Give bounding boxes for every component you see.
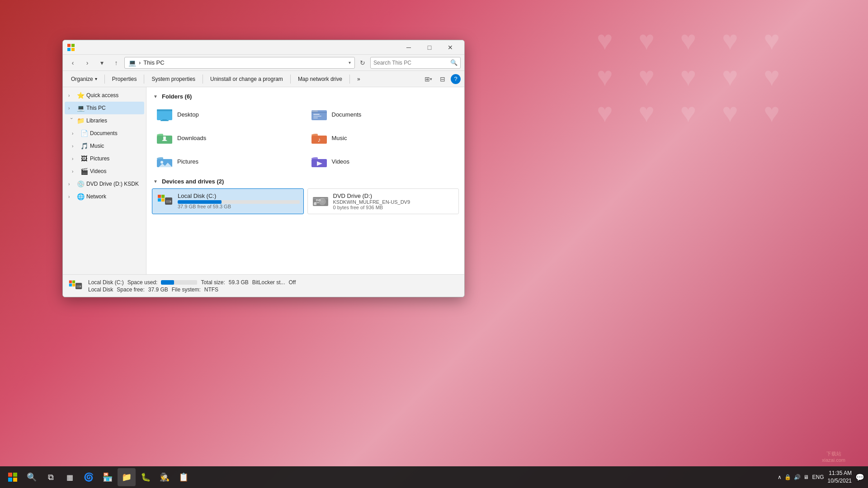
sidebar-item-documents[interactable]: › 📄 Documents xyxy=(65,127,144,140)
system-tray: ∧ 🔒 🔊 🖥 xyxy=(778,474,809,480)
toolbar-separator-1 xyxy=(104,75,105,84)
folder-item-music[interactable]: ♪ Music xyxy=(307,127,459,149)
chevron-icon: › xyxy=(68,182,75,187)
up-button[interactable]: ↑ xyxy=(110,56,123,69)
local-disk-name: Local Disk (C:) xyxy=(178,192,300,199)
edge-button[interactable]: 🌀 xyxy=(80,468,98,486)
folder-item-videos[interactable]: Videos xyxy=(307,150,459,172)
store-button[interactable]: 🏪 xyxy=(99,468,117,486)
app3-icon: 📋 xyxy=(179,472,189,482)
devices-title: Devices and drives (2) xyxy=(162,178,224,185)
organize-button[interactable]: Organize ▾ xyxy=(66,73,102,85)
app1-button[interactable]: 🐛 xyxy=(137,468,155,486)
sidebar-item-music[interactable]: › 🎵 Music xyxy=(65,140,144,152)
tray-expand-icon[interactable]: ∧ xyxy=(778,474,782,480)
app2-button[interactable]: 🕵 xyxy=(156,468,174,486)
status-bitlocker-label: BitLocker st... xyxy=(252,279,285,286)
refresh-button[interactable]: ↻ xyxy=(357,57,368,69)
address-path: This PC xyxy=(143,59,164,66)
library-icon: 📁 xyxy=(76,117,85,124)
sidebar-item-libraries[interactable]: › 📁 Libraries xyxy=(65,114,144,127)
status-space-used-label: Space used: xyxy=(127,279,158,286)
svg-rect-22 xyxy=(161,198,165,202)
view-tiles-button[interactable]: ⊞ ▾ xyxy=(422,73,434,85)
window-icon xyxy=(66,43,75,52)
sidebar-item-network[interactable]: › 🌐 Network xyxy=(65,190,144,203)
drive-item-local-disk[interactable]: Local Disk (C:) 37.9 GB free of 59.3 GB xyxy=(152,188,304,214)
help-button[interactable]: ? xyxy=(451,74,461,84)
search-input[interactable] xyxy=(373,60,448,66)
view-layout-button[interactable]: ⊟ xyxy=(436,73,449,85)
notification-icon[interactable]: 💬 xyxy=(855,473,864,482)
close-button[interactable]: ✕ xyxy=(440,40,461,55)
properties-button[interactable]: Properties xyxy=(108,73,142,85)
start-button[interactable] xyxy=(4,468,22,486)
status-total-size-value: 59.3 GB xyxy=(229,279,249,286)
address-dropdown-arrow[interactable]: ▾ xyxy=(349,60,351,65)
task-view-button[interactable]: ⧉ xyxy=(42,468,60,486)
dropdown-nav-button[interactable]: ▾ xyxy=(95,56,108,69)
devices-toggle[interactable]: ▼ xyxy=(152,178,159,185)
system-properties-button[interactable]: System properties xyxy=(147,73,200,85)
folder-item-desktop[interactable]: Desktop xyxy=(152,103,305,125)
toolbar-separator-2 xyxy=(144,75,144,84)
pictures-folder-name: Pictures xyxy=(177,158,198,165)
start-logo-q1 xyxy=(8,473,12,477)
network-tray-icon[interactable]: 🖥 xyxy=(803,474,809,480)
status-bar-fill xyxy=(161,280,174,285)
task-view-icon: ⧉ xyxy=(48,473,54,482)
file-explorer-window: ─ □ ✕ ‹ › ▾ ↑ 💻 › This PC ▾ ↻ 🔍 Organize… xyxy=(62,40,465,297)
file-explorer-button[interactable]: 📁 xyxy=(118,468,136,486)
status-drive-label: Local Disk xyxy=(88,286,113,293)
music-folder-name: Music xyxy=(332,135,347,141)
local-disk-bar xyxy=(178,200,300,204)
language-indicator[interactable]: ENG xyxy=(812,474,824,480)
sidebar-item-quick-access[interactable]: › ⭐ Quick access xyxy=(65,89,144,102)
documents-icon: 📄 xyxy=(80,130,88,137)
computer-icon: 💻 xyxy=(76,104,85,112)
dvd-drive-subtitle: KSDKWIN_MULFRE_EN-US_DV9 xyxy=(333,199,455,205)
chevron-icon: › xyxy=(68,106,75,111)
sidebar-item-dvd[interactable]: › 💿 DVD Drive (D:) KSDK xyxy=(65,178,144,190)
uninstall-button[interactable]: Uninstall or change a program xyxy=(206,73,288,85)
folder-item-pictures[interactable]: Pictures xyxy=(152,150,305,172)
svg-point-39 xyxy=(80,286,81,287)
drive-header-d: DVD ROM DVD Drive (D:) KSDKWIN_MULFRE_EN… xyxy=(311,192,455,210)
map-drive-button[interactable]: Map network drive xyxy=(293,73,347,85)
maximize-button[interactable]: □ xyxy=(419,40,440,55)
folder-item-documents[interactable]: Documents xyxy=(307,103,459,125)
title-bar-controls: ─ □ ✕ xyxy=(398,40,461,55)
svg-rect-1 xyxy=(157,109,172,111)
status-bar: Local Disk (C:) Space used: Total size: … xyxy=(63,274,464,297)
widgets-button[interactable]: ▦ xyxy=(61,468,79,486)
edge-icon: 🌀 xyxy=(84,472,94,482)
svg-rect-20 xyxy=(161,195,165,198)
local-disk-bar-fill xyxy=(178,200,222,204)
sidebar: › ⭐ Quick access › 💻 This PC › 📁 Librari… xyxy=(63,87,146,274)
sidebar-item-pictures[interactable]: › 🖼 Pictures xyxy=(65,152,144,165)
address-box[interactable]: 💻 › This PC ▾ xyxy=(124,57,355,69)
folders-toggle[interactable]: ▼ xyxy=(152,93,159,100)
search-button[interactable]: 🔍 xyxy=(23,468,41,486)
taskbar-clock[interactable]: 11:35 AM 10/5/2021 xyxy=(828,469,852,485)
devices-section-header: ▼ Devices and drives (2) xyxy=(152,178,459,185)
folder-item-downloads[interactable]: Downloads xyxy=(152,127,305,149)
sidebar-item-videos[interactable]: › 🎬 Videos xyxy=(65,165,144,178)
drive-item-dvd[interactable]: DVD ROM DVD Drive (D:) KSDKWIN_MULFRE_EN… xyxy=(307,188,459,214)
drive-header-c: Local Disk (C:) 37.9 GB free of 59.3 GB xyxy=(156,192,300,209)
status-row-free: Local Disk Space free: 37.9 GB File syst… xyxy=(88,286,296,293)
search-box[interactable]: 🔍 xyxy=(370,57,461,69)
forward-button[interactable]: › xyxy=(81,56,94,69)
more-button[interactable]: » xyxy=(353,73,365,85)
back-button[interactable]: ‹ xyxy=(66,56,79,69)
volume-icon[interactable]: 🔊 xyxy=(794,474,801,480)
chevron-icon: › xyxy=(72,131,78,136)
minimize-button[interactable]: ─ xyxy=(398,40,419,55)
dvd-info: DVD Drive (D:) KSDKWIN_MULFRE_EN-US_DV9 … xyxy=(333,192,455,210)
app3-button[interactable]: 📋 xyxy=(175,468,193,486)
sidebar-item-this-pc[interactable]: › 💻 This PC xyxy=(65,102,144,114)
status-drive-name: Local Disk (C:) xyxy=(88,279,124,286)
search-icon[interactable]: 🔍 xyxy=(450,59,458,66)
logo-q4 xyxy=(71,48,75,51)
clock-date: 10/5/2021 xyxy=(828,477,852,485)
